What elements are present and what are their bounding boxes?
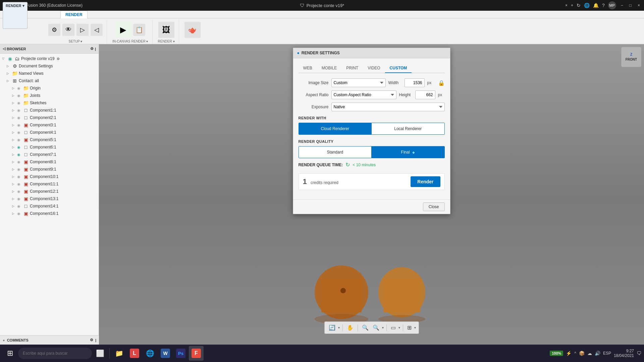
tree-item-named-views[interactable]: ▷ 📁 Named Views [0,70,99,77]
comp13-vis[interactable]: ◉ [17,197,22,201]
tree-item-comp3[interactable]: ▷ ◉ ▣ Component3:1 [0,121,99,129]
lock-icon[interactable]: 🔒 [438,80,445,86]
tree-item-doc-settings[interactable]: ▷ ⚙ Document Settings [0,62,99,70]
render-main-icon[interactable]: 🖼 [158,22,174,38]
tree-item-contact[interactable]: ▷ ⊞ Contact: all [0,77,99,84]
height-input[interactable]: 662 [415,90,435,99]
incanvas-play-icon[interactable]: ▶ [115,22,131,38]
help-icon[interactable]: ? [602,3,605,8]
expand-icon[interactable]: ^ [574,351,576,356]
chrome-button[interactable]: 🌐 [143,346,157,361]
tab-web[interactable]: WEB [299,64,317,73]
comp5-vis[interactable]: ◉ [17,138,22,142]
comp9-vis[interactable]: ◉ [17,167,22,172]
file-explorer-button[interactable]: 📁 [112,346,126,361]
tree-item-comp9[interactable]: ▷ ◉ ▣ Component9:1 [0,166,99,173]
search-input[interactable] [18,348,92,359]
image-size-select[interactable]: Custom 1080p 4K [331,78,386,87]
cloud-renderer-button[interactable]: Cloud Renderer [299,123,372,134]
app-l-button[interactable]: L [127,346,142,361]
word-button[interactable]: W [158,346,173,361]
comp3-vis[interactable]: ◉ [17,123,22,127]
orbit-tool-button[interactable]: 🔄 [327,323,337,332]
comp8-vis[interactable]: ◉ [17,160,22,164]
tab-print[interactable]: PRINT [341,64,363,73]
tree-item-comp16[interactable]: ▷ ◉ ▣ Component16:1 [0,210,99,217]
minimize-button[interactable]: − [620,3,625,8]
close-button[interactable]: × [636,3,641,8]
ribbon-tab-render[interactable]: RENDER [60,11,88,18]
aspect-ratio-select[interactable]: Custom Aspect Ratio 16:9 4:3 [331,90,396,99]
fusion-button[interactable]: F [189,346,204,361]
setup-icon-1[interactable]: ⚙ [48,24,60,36]
tree-item-comp11[interactable]: ▷ ◉ ▣ Component11:1 [0,180,99,188]
pan-tool-button[interactable]: ✋ [345,323,355,332]
incanvas-clipboard-icon[interactable]: 📋 [133,24,145,36]
render-dropdown-button[interactable]: RENDER ▾ [3,2,28,29]
sketches-vis-icon[interactable]: ◉ [17,101,22,105]
tree-item-comp12[interactable]: ▷ ◉ ▣ Component12:1 [0,188,99,195]
tree-item-comp8[interactable]: ▷ ◉ ▣ Component8:1 [0,158,99,166]
joints-vis-icon[interactable]: ◉ [17,94,22,98]
comp2-vis[interactable]: ◉ [17,116,22,120]
exposure-select[interactable]: Native Auto Manual [331,103,445,111]
zoom-in-button[interactable]: 🔍 [361,323,370,332]
tree-item-comp13[interactable]: ▷ ◉ ▣ Component13:1 [0,195,99,202]
close-tab-button[interactable]: × [565,3,568,8]
maximize-button[interactable]: □ [628,3,633,8]
comp16-vis[interactable]: ◉ [17,212,22,216]
render-button[interactable]: Render [411,176,440,187]
tree-item-sketches[interactable]: ▷ ◉ 📁 Sketches [0,99,99,107]
notification-icon[interactable]: 🔔 [593,3,599,8]
start-button[interactable]: ⊞ [3,346,17,361]
comp12-vis[interactable]: ◉ [17,189,22,194]
comp10-vis[interactable]: ◉ [17,175,22,179]
tree-item-comp7[interactable]: ▷ ◉ □ Component7:1 [0,151,99,158]
tree-item-comp1[interactable]: ▷ ◉ □ Component1:1 [0,107,99,114]
user-avatar[interactable]: MP [608,1,616,9]
display-mode-button[interactable]: ▭ [389,323,397,332]
close-dialog-button[interactable]: Close [423,202,445,211]
tree-item-comp6[interactable]: ▷ ◉ □ Component6:1 [0,143,99,151]
browser-back-icon[interactable]: ◁ [3,47,5,51]
zoom-out-button[interactable]: 🔍 [371,323,381,332]
setup-icon-4[interactable]: ◁ [91,24,103,36]
root-visibility-icon[interactable]: ◉ [7,56,13,61]
tree-root-item[interactable]: ▽ ◉ 🗂 Projecte conte v19 ⚙ [0,55,99,62]
tree-item-comp14[interactable]: ▷ ◉ □ Component14:1 [0,202,99,210]
tree-item-comp10[interactable]: ▷ ◉ ▣ Component10:1 [0,173,99,180]
new-tab-button[interactable]: + [571,3,573,8]
local-renderer-button[interactable]: Local Renderer [372,123,444,134]
refresh-icon[interactable]: ↻ [577,3,581,8]
tree-item-comp2[interactable]: ▷ ◉ □ Component2:1 [0,114,99,121]
comp14-vis[interactable]: ◉ [17,204,22,208]
final-quality-button[interactable]: Final ◆ [372,146,444,158]
origin-vis-icon[interactable]: ◉ [17,86,22,90]
setup-icon-2[interactable]: 👁 [62,24,74,36]
globe-icon[interactable]: 🌐 [584,3,590,8]
comp11-vis[interactable]: ◉ [17,182,22,186]
tree-item-origin[interactable]: ▷ ◉ 📁 Origin [0,84,99,92]
viewport[interactable]: Z FRONT ● [99,44,644,353]
comp4-vis[interactable]: ◉ [17,130,22,135]
grid-toggle-button[interactable]: ⊞ [406,323,413,332]
comments-settings-icon[interactable]: ⚙ [90,338,93,342]
taskview-button[interactable]: ⬜ [93,346,107,361]
standard-quality-button[interactable]: Standard [299,146,372,158]
root-settings-icon[interactable]: ⚙ [57,57,60,61]
browser-settings-icon[interactable]: ⚙ [90,47,94,51]
tree-item-comp4[interactable]: ▷ ◉ □ Component4:1 [0,129,99,136]
tab-custom[interactable]: CUSTOM [385,64,412,73]
comp6-vis[interactable]: ◉ [17,145,22,149]
tree-item-comp5[interactable]: ▷ ◉ ▣ Component5:1 [0,136,99,143]
teapot-icon[interactable]: 🫖 [184,22,201,38]
notification-area-icon[interactable]: 🗨 [637,351,641,356]
tree-item-joints[interactable]: ▷ ◉ 📁 Joints [0,92,99,99]
tab-video[interactable]: VIDEO [363,64,385,73]
setup-icon-3[interactable]: ▷ [76,24,89,36]
width-input[interactable]: 1536 [405,78,425,87]
tab-mobile[interactable]: MOBILE [317,64,341,73]
photoshop-button[interactable]: Ps [173,346,188,361]
comp1-vis[interactable]: ◉ [17,108,22,113]
comp7-vis[interactable]: ◉ [17,153,22,157]
